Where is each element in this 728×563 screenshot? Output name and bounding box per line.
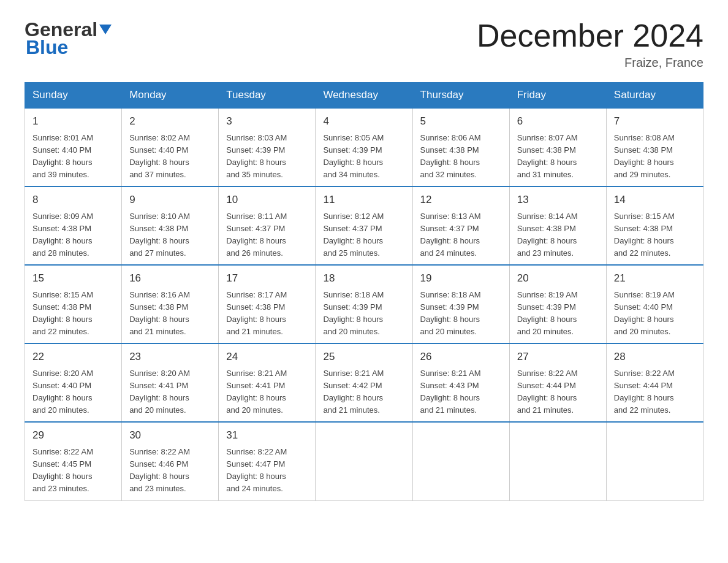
day-info: Sunrise: 8:18 AM Sunset: 4:39 PM Dayligh… xyxy=(420,289,502,339)
day-number: 21 xyxy=(614,270,696,286)
day-info: Sunrise: 8:15 AM Sunset: 4:38 PM Dayligh… xyxy=(614,210,696,260)
table-row xyxy=(509,422,606,500)
table-row: 19Sunrise: 8:18 AM Sunset: 4:39 PM Dayli… xyxy=(412,265,509,343)
day-info: Sunrise: 8:21 AM Sunset: 4:42 PM Dayligh… xyxy=(323,367,404,417)
day-number: 4 xyxy=(323,113,404,129)
day-number: 3 xyxy=(226,113,308,129)
day-info: Sunrise: 8:19 AM Sunset: 4:39 PM Dayligh… xyxy=(517,289,599,339)
day-number: 11 xyxy=(323,192,404,208)
day-number: 14 xyxy=(614,192,696,208)
calendar-week-row: 1Sunrise: 8:01 AM Sunset: 4:40 PM Daylig… xyxy=(25,108,703,186)
col-thursday: Thursday xyxy=(412,83,509,109)
table-row: 2Sunrise: 8:02 AM Sunset: 4:40 PM Daylig… xyxy=(122,108,219,186)
table-row: 28Sunrise: 8:22 AM Sunset: 4:44 PM Dayli… xyxy=(606,343,703,422)
day-number: 30 xyxy=(129,427,211,443)
col-tuesday: Tuesday xyxy=(219,83,316,109)
day-info: Sunrise: 8:02 AM Sunset: 4:40 PM Dayligh… xyxy=(129,132,211,182)
table-row: 3Sunrise: 8:03 AM Sunset: 4:39 PM Daylig… xyxy=(219,108,316,186)
day-info: Sunrise: 8:20 AM Sunset: 4:41 PM Dayligh… xyxy=(129,367,211,417)
day-info: Sunrise: 8:05 AM Sunset: 4:39 PM Dayligh… xyxy=(323,132,404,182)
day-info: Sunrise: 8:20 AM Sunset: 4:40 PM Dayligh… xyxy=(32,367,114,417)
table-row: 26Sunrise: 8:21 AM Sunset: 4:43 PM Dayli… xyxy=(412,343,509,422)
table-row xyxy=(606,422,703,500)
day-info: Sunrise: 8:18 AM Sunset: 4:39 PM Dayligh… xyxy=(323,289,404,339)
table-row: 21Sunrise: 8:19 AM Sunset: 4:40 PM Dayli… xyxy=(606,265,703,343)
day-number: 13 xyxy=(517,192,599,208)
table-row: 31Sunrise: 8:22 AM Sunset: 4:47 PM Dayli… xyxy=(219,422,316,500)
day-info: Sunrise: 8:07 AM Sunset: 4:38 PM Dayligh… xyxy=(517,132,599,182)
day-number: 9 xyxy=(129,192,211,208)
table-row: 5Sunrise: 8:06 AM Sunset: 4:38 PM Daylig… xyxy=(412,108,509,186)
day-number: 23 xyxy=(129,349,211,365)
table-row: 4Sunrise: 8:05 AM Sunset: 4:39 PM Daylig… xyxy=(316,108,412,186)
day-number: 25 xyxy=(323,349,404,365)
day-info: Sunrise: 8:15 AM Sunset: 4:38 PM Dayligh… xyxy=(32,289,114,339)
day-number: 10 xyxy=(226,192,308,208)
table-row: 9Sunrise: 8:10 AM Sunset: 4:38 PM Daylig… xyxy=(122,186,219,265)
day-number: 17 xyxy=(226,270,308,286)
day-info: Sunrise: 8:21 AM Sunset: 4:43 PM Dayligh… xyxy=(420,367,502,417)
table-row: 24Sunrise: 8:21 AM Sunset: 4:41 PM Dayli… xyxy=(219,343,316,422)
col-sunday: Sunday xyxy=(25,83,122,109)
day-info: Sunrise: 8:22 AM Sunset: 4:46 PM Dayligh… xyxy=(129,446,211,496)
logo-triangle-icon xyxy=(99,25,112,34)
day-info: Sunrise: 8:17 AM Sunset: 4:38 PM Dayligh… xyxy=(226,289,308,339)
table-row: 13Sunrise: 8:14 AM Sunset: 4:38 PM Dayli… xyxy=(509,186,606,265)
day-number: 27 xyxy=(517,349,599,365)
table-row: 12Sunrise: 8:13 AM Sunset: 4:37 PM Dayli… xyxy=(412,186,509,265)
calendar-week-row: 8Sunrise: 8:09 AM Sunset: 4:38 PM Daylig… xyxy=(25,186,703,265)
title-block: December 2024 Fraize, France xyxy=(477,18,703,70)
table-row: 8Sunrise: 8:09 AM Sunset: 4:38 PM Daylig… xyxy=(25,186,122,265)
day-info: Sunrise: 8:01 AM Sunset: 4:40 PM Dayligh… xyxy=(32,132,114,182)
table-row: 17Sunrise: 8:17 AM Sunset: 4:38 PM Dayli… xyxy=(219,265,316,343)
col-saturday: Saturday xyxy=(606,83,703,109)
table-row: 1Sunrise: 8:01 AM Sunset: 4:40 PM Daylig… xyxy=(25,108,122,186)
calendar-header-row: Sunday Monday Tuesday Wednesday Thursday… xyxy=(25,83,703,109)
calendar-week-row: 29Sunrise: 8:22 AM Sunset: 4:45 PM Dayli… xyxy=(25,422,703,500)
day-number: 20 xyxy=(517,270,599,286)
table-row: 6Sunrise: 8:07 AM Sunset: 4:38 PM Daylig… xyxy=(509,108,606,186)
table-row: 23Sunrise: 8:20 AM Sunset: 4:41 PM Dayli… xyxy=(122,343,219,422)
day-number: 1 xyxy=(32,113,114,129)
table-row: 30Sunrise: 8:22 AM Sunset: 4:46 PM Dayli… xyxy=(122,422,219,500)
day-number: 19 xyxy=(420,270,502,286)
day-number: 7 xyxy=(614,113,696,129)
day-number: 2 xyxy=(129,113,211,129)
day-info: Sunrise: 8:19 AM Sunset: 4:40 PM Dayligh… xyxy=(614,289,696,339)
day-info: Sunrise: 8:22 AM Sunset: 4:47 PM Dayligh… xyxy=(226,446,308,496)
day-info: Sunrise: 8:22 AM Sunset: 4:44 PM Dayligh… xyxy=(517,367,599,417)
day-number: 18 xyxy=(323,270,404,286)
day-info: Sunrise: 8:09 AM Sunset: 4:38 PM Dayligh… xyxy=(32,210,114,260)
table-row: 11Sunrise: 8:12 AM Sunset: 4:37 PM Dayli… xyxy=(316,186,412,265)
table-row: 27Sunrise: 8:22 AM Sunset: 4:44 PM Dayli… xyxy=(509,343,606,422)
day-number: 8 xyxy=(32,192,114,208)
table-row: 10Sunrise: 8:11 AM Sunset: 4:37 PM Dayli… xyxy=(219,186,316,265)
day-number: 31 xyxy=(226,427,308,443)
day-info: Sunrise: 8:10 AM Sunset: 4:38 PM Dayligh… xyxy=(129,210,211,260)
day-number: 22 xyxy=(32,349,114,365)
col-monday: Monday xyxy=(122,83,219,109)
table-row: 25Sunrise: 8:21 AM Sunset: 4:42 PM Dayli… xyxy=(316,343,412,422)
day-number: 5 xyxy=(420,113,502,129)
calendar-table: Sunday Monday Tuesday Wednesday Thursday… xyxy=(25,82,703,500)
table-row: 16Sunrise: 8:16 AM Sunset: 4:38 PM Dayli… xyxy=(122,265,219,343)
day-number: 28 xyxy=(614,349,696,365)
day-number: 12 xyxy=(420,192,502,208)
table-row: 29Sunrise: 8:22 AM Sunset: 4:45 PM Dayli… xyxy=(25,422,122,500)
table-row: 15Sunrise: 8:15 AM Sunset: 4:38 PM Dayli… xyxy=(25,265,122,343)
day-info: Sunrise: 8:22 AM Sunset: 4:45 PM Dayligh… xyxy=(32,446,114,496)
logo: General Blue xyxy=(25,18,112,59)
day-info: Sunrise: 8:12 AM Sunset: 4:37 PM Dayligh… xyxy=(323,210,404,260)
day-info: Sunrise: 8:14 AM Sunset: 4:38 PM Dayligh… xyxy=(517,210,599,260)
day-number: 26 xyxy=(420,349,502,365)
day-info: Sunrise: 8:11 AM Sunset: 4:37 PM Dayligh… xyxy=(226,210,308,260)
calendar-week-row: 15Sunrise: 8:15 AM Sunset: 4:38 PM Dayli… xyxy=(25,265,703,343)
day-info: Sunrise: 8:13 AM Sunset: 4:37 PM Dayligh… xyxy=(420,210,502,260)
location: Fraize, France xyxy=(477,56,703,70)
table-row: 14Sunrise: 8:15 AM Sunset: 4:38 PM Dayli… xyxy=(606,186,703,265)
calendar-week-row: 22Sunrise: 8:20 AM Sunset: 4:40 PM Dayli… xyxy=(25,343,703,422)
table-row xyxy=(412,422,509,500)
day-info: Sunrise: 8:06 AM Sunset: 4:38 PM Dayligh… xyxy=(420,132,502,182)
col-wednesday: Wednesday xyxy=(316,83,412,109)
day-info: Sunrise: 8:03 AM Sunset: 4:39 PM Dayligh… xyxy=(226,132,308,182)
